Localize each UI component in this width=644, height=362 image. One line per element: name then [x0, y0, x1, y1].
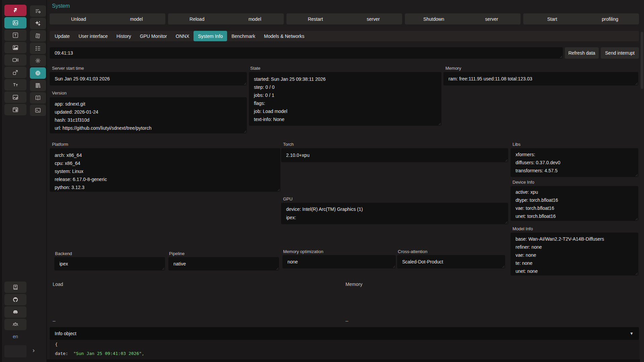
- tab-gpu-monitor[interactable]: GPU Monitor: [136, 31, 171, 41]
- image-generate-icon: [12, 19, 19, 26]
- sidebar-item-typography[interactable]: [4, 79, 26, 90]
- version-field[interactable]: app: sdnext.git updated: 2026-01-24 hash…: [50, 97, 247, 133]
- gpu-field[interactable]: device: Intel(R) Arc(TM) Graphics (1) ip…: [281, 203, 508, 224]
- version-line: updated: 2026-01-24: [50, 108, 247, 116]
- state-line: text-info: None: [249, 115, 441, 123]
- memory-optimization-field[interactable]: none: [282, 255, 396, 268]
- button-label: Restart: [286, 13, 344, 24]
- gpu-line: device: Intel(R) Arc(TM) Graphics (1): [281, 205, 508, 214]
- json-key: date:: [55, 351, 68, 356]
- state-field[interactable]: started: Sun Jan 25 09:38:11 2026 step: …: [249, 72, 441, 126]
- sidebar-item-github[interactable]: [4, 294, 26, 305]
- info-object-accordion[interactable]: Info object ▼: [50, 327, 639, 340]
- unload-model-button[interactable]: Unloadmodel: [50, 13, 165, 24]
- gpu-line: ipex:: [281, 214, 508, 222]
- sparkles-icon: [35, 20, 41, 27]
- sidebar-item-system[interactable]: [30, 67, 46, 79]
- community-people-icon: [12, 321, 19, 328]
- sidebar-item-video[interactable]: [4, 54, 26, 66]
- platform-field[interactable]: arch: x86_64 cpu: x86_64 system: Linux r…: [50, 148, 280, 192]
- sidebar-item-text-prompt[interactable]: [4, 29, 26, 41]
- sdnext-system-page: en › System Unloadmodel Reloadmodel Rest…: [0, 0, 644, 362]
- model-info-line: te: none: [511, 259, 638, 267]
- sidebar-item-changelog[interactable]: [4, 282, 26, 293]
- device-info-field[interactable]: active: xpu dtype: torch.bfloat16 vae: t…: [511, 186, 638, 221]
- sidebar-collapse-chevron[interactable]: ›: [33, 347, 35, 354]
- cross-attention-field[interactable]: Scaled-Dot-Product: [397, 255, 505, 268]
- sidebar-item-image-edit[interactable]: [4, 92, 26, 103]
- chevron-down-icon: ▼: [630, 331, 639, 336]
- memory-field[interactable]: ram: free:111.95 used:11.08 total:123.03: [443, 72, 638, 85]
- page-scrollbar-thumb[interactable]: [641, 32, 643, 89]
- terminal-icon: [35, 107, 41, 114]
- sidebar-item-film-queue[interactable]: [30, 30, 46, 42]
- json-line: {: [50, 340, 639, 349]
- start-profiling-button[interactable]: Startprofiling: [523, 13, 639, 24]
- tab-onnx[interactable]: ONNX: [171, 31, 194, 41]
- discord-icon: [12, 309, 19, 315]
- restart-server-button[interactable]: Restartserver: [286, 13, 402, 24]
- backend-field[interactable]: ipex: [54, 257, 165, 270]
- model-info-field[interactable]: base: Wan-AI/Wan2.2-T2V-A14B-Diffusers r…: [511, 233, 638, 276]
- json-string-value: "Sun Jan 25 09:41:03 2026",: [73, 351, 144, 356]
- model-info-line: refiner: none: [511, 243, 638, 251]
- language-selector[interactable]: en: [4, 334, 26, 339]
- refresh-data-button[interactable]: Refresh data: [565, 47, 599, 59]
- pipeline-label: Pipeline: [169, 251, 184, 256]
- state-label: State: [250, 66, 260, 71]
- server-time-value: 09:41:13: [50, 47, 563, 59]
- sidebar-item-list-settings[interactable]: [30, 5, 46, 17]
- button-label: model: [226, 13, 284, 24]
- sidebar-item-schedule[interactable]: [4, 104, 26, 115]
- tab-user-interface[interactable]: User interface: [74, 31, 112, 41]
- json-line: date: "Sun Jan 25 09:41:03 2026",: [50, 349, 639, 358]
- state-line: flags:: [249, 99, 441, 107]
- button-label: model: [108, 13, 166, 24]
- tab-history[interactable]: History: [112, 31, 136, 41]
- pipeline-value: native: [168, 257, 279, 270]
- github-icon: [12, 296, 19, 303]
- backend-label: Backend: [55, 251, 72, 256]
- tab-system-info[interactable]: System Info: [194, 31, 227, 41]
- button-label: Reload: [168, 13, 226, 24]
- cross-attention-value: Scaled-Dot-Product: [397, 255, 505, 268]
- tab-update[interactable]: Update: [50, 31, 74, 41]
- device-info-label: Device Info: [513, 180, 534, 185]
- sidebar-item-checklist[interactable]: [30, 43, 46, 54]
- model-info-label: Model Info: [513, 226, 533, 231]
- sidebar-item-library[interactable]: [30, 80, 46, 91]
- sidebar-item-resize[interactable]: [4, 67, 26, 78]
- sidebar-item-community[interactable]: [4, 319, 26, 330]
- sidebar-item-gallery[interactable]: [4, 42, 26, 53]
- send-interrupt-button[interactable]: Send interrupt: [601, 47, 639, 59]
- version-line: url: https://github.com/liutyi/sdnext/tr…: [50, 124, 247, 132]
- system-chip-icon: [35, 70, 41, 76]
- changelog-book-icon: [12, 284, 19, 291]
- device-info-line: vae: torch.bfloat16: [511, 204, 638, 212]
- platform-line: release: 6.17.0-8-generic: [50, 175, 280, 183]
- gpu-label: GPU: [283, 196, 292, 201]
- libs-field[interactable]: xformers: diffusers: 0.37.0.dev0 transfo…: [511, 148, 638, 177]
- state-line: started: Sun Jan 25 09:38:11 2026: [249, 75, 441, 83]
- state-line: step: 0 / 0: [249, 83, 441, 91]
- tab-benchmark[interactable]: Benchmark: [227, 31, 260, 41]
- sidebar-item-settings[interactable]: [30, 55, 46, 66]
- sidebar-secondary: [29, 0, 46, 362]
- torch-field[interactable]: 2.10.0+xpu: [281, 148, 508, 162]
- sidebar-item-console[interactable]: [30, 105, 46, 116]
- tab-models-networks[interactable]: Models & Networks: [260, 31, 309, 41]
- sidebar-item-sdnext-logo[interactable]: [4, 5, 26, 16]
- sidebar-item-image-generate[interactable]: [4, 17, 26, 28]
- reload-model-button[interactable]: Reloadmodel: [168, 13, 284, 24]
- pipeline-field[interactable]: native: [168, 257, 279, 270]
- resize-icon: [12, 69, 19, 76]
- memory-chart-label: Memory: [345, 282, 363, 287]
- sidebar-item-enhance[interactable]: [30, 18, 46, 29]
- server-time-field[interactable]: 09:41:13: [50, 47, 563, 59]
- sidebar-item-docs[interactable]: [30, 92, 46, 104]
- sidebar-item-discord[interactable]: [4, 306, 26, 318]
- image-edit-icon: [12, 94, 19, 101]
- shutdown-server-button[interactable]: Shutdownserver: [405, 13, 521, 24]
- server-start-time-field[interactable]: Sun Jan 25 09:41:03 2026: [50, 72, 247, 85]
- library-books-icon: [35, 82, 41, 89]
